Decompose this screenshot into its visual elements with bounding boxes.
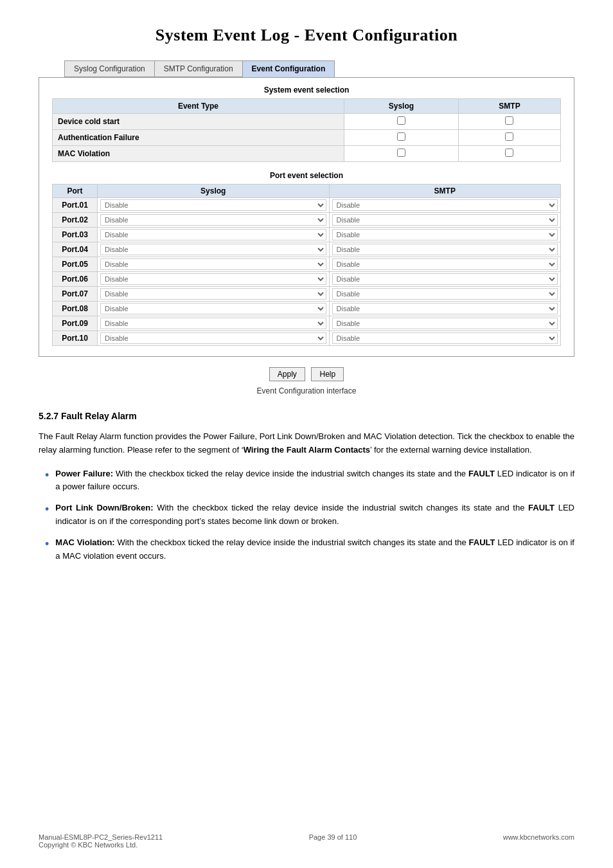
- port-smtp-select-8[interactable]: DisableLink UpLink DownLink Up/Down: [332, 318, 558, 329]
- system-event-title: System event selection: [52, 86, 561, 95]
- port-syslog-select-5[interactable]: DisableLink UpLink DownLink Up/Down: [100, 273, 326, 285]
- apply-button[interactable]: Apply: [269, 367, 305, 381]
- port-smtp-cell-2: DisableLink UpLink DownLink Up/Down: [329, 228, 561, 242]
- table-row: Port.02DisableLink UpLink DownLink Up/Do…: [53, 213, 561, 228]
- table-row: Port.08DisableLink UpLink DownLink Up/Do…: [53, 302, 561, 316]
- table-row: MAC Violation: [53, 146, 561, 162]
- port-syslog-select-9[interactable]: DisableLink UpLink DownLink Up/Down: [100, 332, 326, 344]
- port-smtp-cell-9: DisableLink UpLink DownLink Up/Down: [329, 331, 561, 346]
- tab-bar: Syslog Configuration SMTP Configuration …: [64, 60, 574, 77]
- port-label-Port06: Port.06: [53, 272, 98, 287]
- port-smtp-select-2[interactable]: DisableLink UpLink DownLink Up/Down: [332, 229, 558, 240]
- button-row: Apply Help: [39, 367, 574, 381]
- port-syslog-select-3[interactable]: DisableLink UpLink DownLink Up/Down: [100, 244, 326, 255]
- col-syslog: Syslog: [344, 99, 458, 114]
- list-item: • MAC Violation: With the checkbox ticke…: [45, 536, 574, 563]
- port-smtp-select-4[interactable]: DisableLink UpLink DownLink Up/Down: [332, 258, 558, 270]
- port-syslog-cell-2: DisableLink UpLink DownLink Up/Down: [98, 228, 330, 242]
- port-col-smtp: SMTP: [329, 185, 561, 198]
- port-label-Port08: Port.08: [53, 302, 98, 316]
- port-syslog-cell-8: DisableLink UpLink DownLink Up/Down: [98, 316, 330, 331]
- port-label-Port09: Port.09: [53, 316, 98, 331]
- port-smtp-select-1[interactable]: DisableLink UpLink DownLink Up/Down: [332, 214, 558, 226]
- system-event-table: Event Type Syslog SMTP Device cold start…: [52, 98, 561, 162]
- table-row: Port.09DisableLink UpLink DownLink Up/Do…: [53, 316, 561, 331]
- port-syslog-cell-9: DisableLink UpLink DownLink Up/Down: [98, 331, 330, 346]
- port-syslog-select-0[interactable]: DisableLink UpLink DownLink Up/Down: [100, 199, 326, 211]
- port-syslog-cell-3: DisableLink UpLink DownLink Up/Down: [98, 242, 330, 257]
- help-button[interactable]: Help: [311, 367, 344, 381]
- port-smtp-cell-3: DisableLink UpLink DownLink Up/Down: [329, 242, 561, 257]
- bullet-content-mac-violation: MAC Violation: With the checkbox ticked …: [55, 536, 574, 563]
- tab-smtp-config[interactable]: SMTP Configuration: [154, 60, 242, 77]
- tab-event-config[interactable]: Event Configuration: [242, 60, 335, 77]
- port-label-Port02: Port.02: [53, 213, 98, 228]
- port-smtp-cell-8: DisableLink UpLink DownLink Up/Down: [329, 316, 561, 331]
- port-col-port: Port: [53, 185, 98, 198]
- footer-left-line1: Manual-ESML8P-PC2_Series-Rev1211: [39, 833, 163, 841]
- port-smtp-select-3[interactable]: DisableLink UpLink DownLink Up/Down: [332, 244, 558, 255]
- bullet-content-port-link: Port Link Down/Broken: With the checkbox…: [55, 502, 574, 529]
- port-syslog-cell-5: DisableLink UpLink DownLink Up/Down: [98, 272, 330, 287]
- port-event-title: Port event selection: [52, 171, 561, 180]
- list-item: • Power Failure: With the checkbox ticke…: [45, 467, 574, 494]
- mac-violation-smtp-checkbox[interactable]: [505, 149, 513, 157]
- mac-violation-syslog-checkbox[interactable]: [397, 149, 405, 157]
- port-label-Port10: Port.10: [53, 331, 98, 346]
- port-smtp-select-0[interactable]: DisableLink UpLink DownLink Up/Down: [332, 199, 558, 211]
- port-smtp-cell-6: DisableLink UpLink DownLink Up/Down: [329, 287, 561, 302]
- port-smtp-cell-4: DisableLink UpLink DownLink Up/Down: [329, 257, 561, 272]
- device-cold-start-syslog-checkbox[interactable]: [397, 116, 405, 125]
- port-syslog-select-8[interactable]: DisableLink UpLink DownLink Up/Down: [100, 318, 326, 329]
- mac-violation-smtp-cell: [458, 146, 560, 162]
- bullet-icon: •: [45, 535, 49, 554]
- device-cold-start-smtp-checkbox[interactable]: [505, 116, 513, 125]
- port-syslog-select-7[interactable]: DisableLink UpLink DownLink Up/Down: [100, 303, 326, 314]
- table-row: Port.10DisableLink UpLink DownLink Up/Do…: [53, 331, 561, 346]
- table-row: Device cold start: [53, 114, 561, 130]
- port-label-Port05: Port.05: [53, 257, 98, 272]
- event-auth-failure: Authentication Failure: [53, 130, 344, 146]
- port-syslog-cell-6: DisableLink UpLink DownLink Up/Down: [98, 287, 330, 302]
- footer-left: Manual-ESML8P-PC2_Series-Rev1211 Copyrig…: [39, 833, 163, 849]
- auth-failure-smtp-cell: [458, 130, 560, 146]
- port-syslog-select-4[interactable]: DisableLink UpLink DownLink Up/Down: [100, 258, 326, 270]
- auth-failure-syslog-checkbox[interactable]: [397, 132, 405, 141]
- footer-center: Page 39 of 110: [309, 833, 357, 849]
- port-smtp-cell-1: DisableLink UpLink DownLink Up/Down: [329, 213, 561, 228]
- port-syslog-cell-0: DisableLink UpLink DownLink Up/Down: [98, 198, 330, 213]
- tab-syslog-config[interactable]: Syslog Configuration: [64, 60, 154, 77]
- port-smtp-cell-0: DisableLink UpLink DownLink Up/Down: [329, 198, 561, 213]
- table-row: Port.03DisableLink UpLink DownLink Up/Do…: [53, 228, 561, 242]
- event-mac-violation: MAC Violation: [53, 146, 344, 162]
- port-event-section: Port event selection Port Syslog SMTP Po…: [52, 171, 561, 346]
- section-527-heading: 5.2.7 Fault Relay Alarm: [39, 411, 574, 421]
- bullet-icon: •: [45, 466, 49, 485]
- config-box: System event selection Event Type Syslog…: [39, 77, 574, 357]
- mac-violation-syslog-cell: [344, 146, 458, 162]
- figure-caption: Event Configuration interface: [39, 386, 574, 395]
- auth-failure-syslog-cell: [344, 130, 458, 146]
- section-527-intro: The Fault Relay Alarm function provides …: [39, 430, 574, 457]
- table-row: Port.06DisableLink UpLink DownLink Up/Do…: [53, 272, 561, 287]
- port-syslog-select-6[interactable]: DisableLink UpLink DownLink Up/Down: [100, 288, 326, 300]
- device-cold-start-smtp-cell: [458, 114, 560, 130]
- table-row: Port.04DisableLink UpLink DownLink Up/Do…: [53, 242, 561, 257]
- footer-right: www.kbcnetworks.com: [503, 833, 574, 849]
- auth-failure-smtp-checkbox[interactable]: [505, 132, 513, 141]
- port-syslog-cell-1: DisableLink UpLink DownLink Up/Down: [98, 213, 330, 228]
- port-smtp-select-6[interactable]: DisableLink UpLink DownLink Up/Down: [332, 288, 558, 300]
- table-row: Port.05DisableLink UpLink DownLink Up/Do…: [53, 257, 561, 272]
- bullet-list: • Power Failure: With the checkbox ticke…: [39, 467, 574, 563]
- port-smtp-select-9[interactable]: DisableLink UpLink DownLink Up/Down: [332, 332, 558, 344]
- port-syslog-select-2[interactable]: DisableLink UpLink DownLink Up/Down: [100, 229, 326, 240]
- table-row: Port.01DisableLink UpLink DownLink Up/Do…: [53, 198, 561, 213]
- port-smtp-select-7[interactable]: DisableLink UpLink DownLink Up/Down: [332, 303, 558, 314]
- table-row: Authentication Failure: [53, 130, 561, 146]
- port-label-Port01: Port.01: [53, 198, 98, 213]
- port-smtp-select-5[interactable]: DisableLink UpLink DownLink Up/Down: [332, 273, 558, 285]
- port-syslog-select-1[interactable]: DisableLink UpLink DownLink Up/Down: [100, 214, 326, 226]
- page-title: System Event Log - Event Configuration: [39, 26, 574, 45]
- port-syslog-cell-7: DisableLink UpLink DownLink Up/Down: [98, 302, 330, 316]
- port-col-syslog: Syslog: [98, 185, 330, 198]
